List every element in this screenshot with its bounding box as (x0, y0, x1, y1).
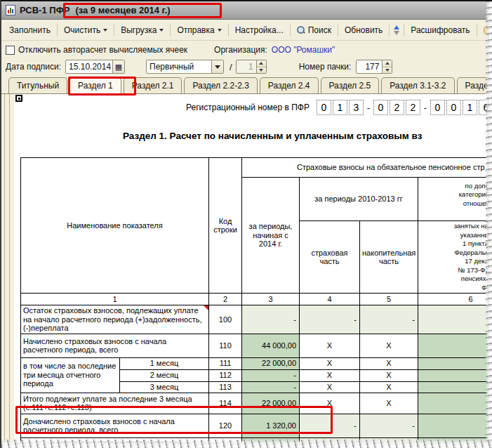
batch-number-stepper[interactable]: 177 (356, 60, 392, 74)
parameters-panel: Отключить авторасчет вычисляемых ячеек О… (1, 41, 492, 76)
settings-button[interactable]: Настройка... (230, 22, 288, 38)
value-cell-funded[interactable]: X (360, 357, 418, 369)
value-cell-funded[interactable]: X (360, 381, 418, 393)
form-body: Регистрационный номер в ПФР 0 1 3 - 0 2 … (1, 94, 492, 448)
stepper-arrows-icon[interactable] (382, 60, 392, 73)
table-row-114: Итого подлежит уплате за последние 3 мес… (21, 393, 492, 414)
tab-razdel-1[interactable]: Раздел 1 (69, 77, 121, 94)
value-cell-insurance[interactable]: X (300, 357, 360, 369)
group-name-cell: в том числе за последние три месяца отче… (21, 357, 120, 393)
signature-date-field[interactable]: 15.10.2014 (65, 60, 125, 74)
export-menu-button[interactable]: Выгрузка (116, 22, 168, 38)
value-cell-2014[interactable]: - (242, 381, 300, 393)
reg-digit-cell[interactable]: 0 (317, 100, 331, 115)
correction-number-value: 1 (237, 60, 256, 73)
table-row-110: Начислено страховых взносов с начала рас… (21, 334, 492, 357)
tab-razdel-2-1[interactable]: Раздел 2.1 (124, 77, 182, 93)
value-cell-extra[interactable] (418, 414, 492, 437)
value-cell-funded[interactable]: - (360, 414, 418, 437)
batch-number-value[interactable]: 177 (357, 60, 382, 73)
reg-digit-cell[interactable]: 0 (373, 100, 388, 115)
value-cell-2014[interactable]: - (242, 305, 300, 334)
reg-digit-cell[interactable]: 2 (406, 100, 420, 115)
toolbar-separator (290, 24, 291, 37)
value-cell-extra[interactable] (418, 369, 492, 381)
reg-digit-cell[interactable]: 2 (390, 100, 404, 115)
reg-digit-cell[interactable]: 1 (333, 100, 347, 115)
fill-label: Заполнить (9, 25, 51, 35)
reg-dash: - (422, 103, 429, 113)
tab-titulnyj[interactable]: Титульный (8, 77, 67, 93)
value-cell-2014[interactable]: 22 000,00 (242, 357, 300, 369)
value-cell-extra[interactable] (418, 305, 492, 334)
reg-digit-cell[interactable]: 1 (463, 100, 477, 115)
tab-razdel-3-1-3-2[interactable]: Раздел 3.1-3.2 (381, 77, 454, 93)
tab-razdel-2-4[interactable]: Раздел 2.4 (260, 77, 319, 93)
slash-separator: / (230, 62, 232, 72)
value-cell-2014[interactable]: 1 320,00 (242, 414, 300, 437)
search-icon (297, 26, 305, 34)
window-title-period: (за 9 месяцев 2014 г.) (75, 5, 170, 15)
value-cell-2014[interactable]: - (242, 369, 300, 381)
fill-button[interactable]: Заполнить (4, 22, 55, 38)
header-group-cell: Страховые взносы на обязательное пенсион… (242, 158, 492, 178)
value-cell-funded[interactable]: X (360, 334, 418, 357)
value-cell-insurance[interactable]: - (300, 305, 360, 334)
autocalc-checkbox[interactable] (6, 46, 15, 55)
name-cell: Начислено страховых взносов с начала рас… (21, 334, 209, 357)
value-cell-insurance[interactable]: X (300, 369, 360, 381)
refresh-button[interactable]: Обновить (340, 22, 387, 38)
decrypt-label: Расшифровать (411, 25, 470, 35)
header-funded-part-cell: накопительная часть (360, 221, 418, 294)
column-number-cell: 5 (360, 294, 418, 305)
calendar-icon[interactable] (112, 60, 124, 73)
column-number-cell: 3 (242, 294, 300, 305)
torn-edge-right (486, 1, 492, 448)
tab-razdel-2-2-2-3[interactable]: Раздел 2.2-2.3 (184, 77, 257, 93)
decrypt-button[interactable]: Расшифровать (406, 22, 474, 38)
header-code-cell: Код строки (209, 158, 242, 294)
column-number-cell: 4 (300, 294, 360, 305)
clear-menu-button[interactable]: Очистить (59, 22, 112, 38)
name-cell: Остаток страховых взносов, подлежащих уп… (21, 305, 209, 334)
value-cell-extra[interactable] (418, 381, 492, 393)
signature-date-label: Дата подписи: (6, 62, 61, 72)
code-cell: 114 (209, 393, 242, 414)
form-content: Регистрационный номер в ПФР 0 1 3 - 0 2 … (14, 94, 492, 448)
reg-digit-cell[interactable]: 3 (349, 100, 364, 115)
signature-date-value[interactable]: 15.10.2014 (66, 60, 112, 73)
value-cell-funded[interactable]: X (360, 369, 418, 381)
value-cell-insurance[interactable]: - (300, 414, 360, 437)
stepper-arrows-icon (256, 60, 266, 73)
value-cell-insurance[interactable]: X (300, 334, 360, 357)
value-cell-funded[interactable]: X (360, 393, 418, 414)
search-label: Поиск (308, 25, 331, 35)
reg-digit-cell[interactable]: 0 (430, 100, 445, 115)
toolbar-separator (57, 24, 58, 37)
month-cell: 1 месяц (120, 357, 209, 369)
header-2010-2013-cell: за периоды 2010-2013 гг (300, 178, 418, 221)
document-type-select[interactable]: Первичный (146, 60, 224, 74)
value-cell-2014[interactable]: 44 000,00 (242, 334, 300, 357)
send-menu-button[interactable]: Отправка (172, 22, 226, 38)
value-cell-extra[interactable] (418, 357, 492, 369)
column-number-cell: 6 (418, 294, 492, 305)
organization-link[interactable]: ООО "Ромашки" (272, 45, 335, 55)
header-extra-tariff-bottom-cell: занятых на видах раб указанных в подпун … (418, 221, 492, 294)
chevron-down-icon[interactable] (211, 60, 223, 73)
search-button[interactable]: Поиск (292, 22, 336, 38)
send-label: Отправка (177, 25, 214, 35)
value-cell-2014[interactable]: 22 000,00 (242, 393, 300, 414)
sort-button[interactable] (391, 25, 402, 35)
value-cell-funded[interactable]: - (360, 305, 418, 334)
document-type-value[interactable]: Первичный (147, 60, 211, 73)
value-cell-insurance[interactable]: X (300, 381, 360, 393)
code-cell: 120 (209, 414, 242, 437)
value-cell-extra[interactable] (418, 334, 492, 357)
month-cell: 2 месяц (120, 369, 209, 381)
code-cell: 111 (209, 357, 242, 369)
tab-razdel-2-5[interactable]: Раздел 2.5 (321, 77, 380, 93)
value-cell-extra[interactable] (418, 393, 492, 414)
reg-digit-cell[interactable]: 0 (446, 100, 461, 115)
value-cell-insurance[interactable]: X (300, 393, 360, 414)
